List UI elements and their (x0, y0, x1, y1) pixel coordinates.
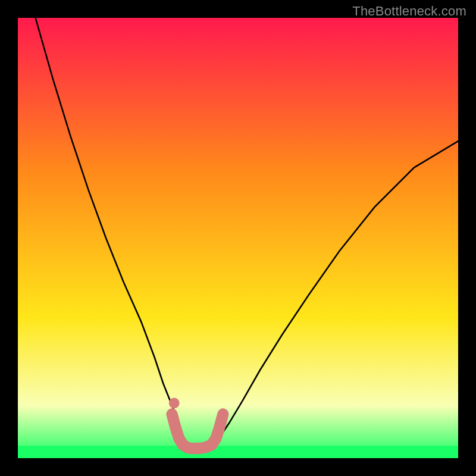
figure-root: TheBottleneck.com (0, 0, 476, 476)
dot-left (169, 398, 180, 409)
plot-area (18, 18, 458, 458)
markers-group (169, 398, 180, 409)
chart-svg (18, 18, 458, 458)
watermark-label: TheBottleneck.com (352, 4, 466, 19)
gradient-background (18, 18, 458, 458)
green-baseline-band (18, 446, 458, 458)
